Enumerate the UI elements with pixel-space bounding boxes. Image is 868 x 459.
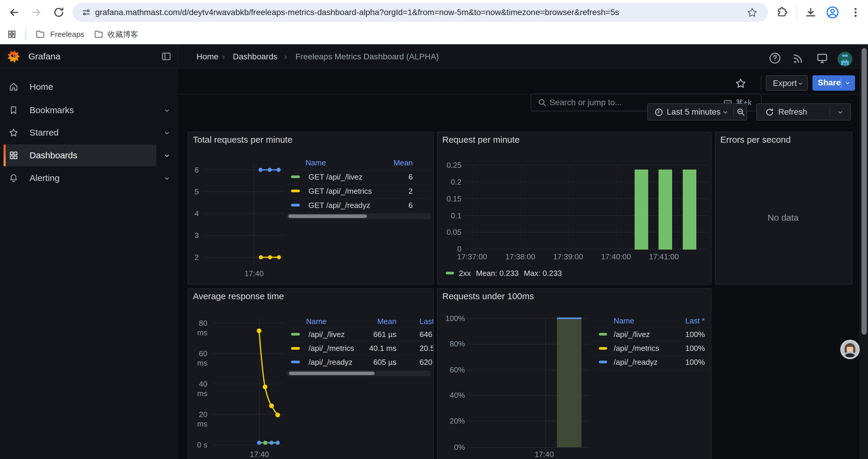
user-avatar[interactable]: [838, 52, 852, 66]
legend-name[interactable]: GET /api/_/livez: [308, 172, 363, 182]
chevron-down-icon[interactable]: [163, 152, 171, 160]
legend-col-name[interactable]: Name: [614, 316, 634, 326]
assistant-avatar-widget[interactable]: [840, 340, 860, 359]
chevron-down-icon[interactable]: [163, 174, 171, 182]
legend-col-mean[interactable]: Mean: [377, 158, 413, 167]
legend-col-name[interactable]: Name: [306, 158, 326, 167]
data-point[interactable]: [277, 255, 281, 259]
gridline: [616, 165, 617, 250]
gridline: [520, 165, 521, 250]
legend-name[interactable]: /api/_/livez: [614, 330, 650, 339]
export-button[interactable]: Export: [766, 75, 808, 91]
refresh-interval-dropdown[interactable]: [830, 104, 850, 120]
legend-swatch-livez[interactable]: [291, 175, 300, 178]
apps-grid-icon[interactable]: [7, 30, 17, 39]
legend-swatch-readyz[interactable]: [291, 361, 300, 363]
sidebar-item-starred[interactable]: Starred: [0, 123, 177, 142]
legend-col-mean[interactable]: Mean: [361, 317, 397, 326]
url-text[interactable]: grafana.mathmast.com/d/deytv4rwavabkb/fr…: [95, 3, 619, 22]
legend-col-last[interactable]: Last *: [420, 317, 434, 326]
legend-swatch-metrics[interactable]: [291, 347, 300, 350]
panel-title[interactable]: Total requests per minute: [193, 135, 292, 145]
legend-series-name[interactable]: 2xx: [459, 268, 471, 278]
bar-2xx[interactable]: [634, 169, 648, 250]
sidebar-item-home[interactable]: Home: [0, 77, 177, 96]
chevron-down-icon[interactable]: [163, 107, 171, 114]
legend-swatch-metrics[interactable]: [599, 347, 607, 350]
sidebar-item-dashboards-active[interactable]: Dashboards: [4, 144, 156, 166]
panel-title[interactable]: Request per minute: [442, 135, 520, 145]
breadcrumb-home[interactable]: Home: [196, 52, 219, 61]
legend-name[interactable]: /api/_/metrics: [614, 343, 659, 353]
help-icon[interactable]: [769, 52, 781, 64]
brand-label[interactable]: Grafana: [28, 52, 60, 61]
legend-scrollbar-thumb[interactable]: [288, 215, 367, 218]
downloads-icon[interactable]: [805, 6, 816, 18]
legend-name[interactable]: GET /api/_/readyz: [308, 201, 370, 210]
legend-name[interactable]: /api/_/readyz: [614, 357, 658, 367]
legend-swatch-livez[interactable]: [291, 333, 300, 335]
share-button[interactable]: Share: [812, 75, 855, 91]
legend-max: Max: 0.233: [524, 268, 562, 278]
data-point[interactable]: [268, 255, 272, 259]
bar-2xx[interactable]: [683, 169, 696, 250]
breadcrumb-separator: ›: [284, 52, 287, 61]
reload-icon[interactable]: [53, 6, 65, 18]
area-fill-100pct[interactable]: [557, 319, 582, 447]
bookmark-star-icon[interactable]: [747, 7, 757, 18]
legend-swatch-metrics[interactable]: [291, 190, 300, 192]
chevron-down-icon[interactable]: [163, 129, 171, 137]
panel-total-requests[interactable]: Total requests per minute 6 5 4 3 2 17:4…: [188, 132, 434, 285]
sidebar-toggle-icon[interactable]: [161, 52, 172, 61]
data-point[interactable]: [268, 168, 272, 172]
panel-request-per-minute[interactable]: Request per minute 0.25 0.2 0.15 0.1 0.0…: [437, 132, 711, 285]
legend-swatch-livez[interactable]: [599, 333, 607, 335]
legend-swatch-readyz[interactable]: [291, 204, 300, 206]
breadcrumb-dashboards[interactable]: Dashboards: [233, 52, 277, 61]
bookmark-folder-label: 收藏博客: [107, 25, 138, 44]
legend-name[interactable]: /api/_/livez: [308, 330, 345, 339]
back-icon[interactable]: [8, 6, 20, 18]
forward-icon[interactable]: [30, 6, 42, 18]
panel-title[interactable]: Errors per second: [720, 135, 790, 145]
breadcrumb-separator: ›: [222, 52, 225, 61]
kiosk-monitor-icon[interactable]: [816, 52, 829, 64]
sidebar-item-bookmarks[interactable]: Bookmarks: [0, 101, 177, 120]
panel-requests-under-100ms[interactable]: Requests under 100ms 100% 80% 60% 40% 20…: [437, 288, 711, 459]
y-tick: 4: [188, 209, 199, 218]
legend-col-name[interactable]: Name: [306, 317, 327, 326]
legend-name[interactable]: /api/_/metrics: [308, 343, 354, 353]
legend-scrollbar-thumb[interactable]: [289, 371, 375, 375]
data-point[interactable]: [258, 168, 262, 172]
data-point[interactable]: [277, 168, 281, 172]
page-scrollbar-thumb[interactable]: [862, 48, 867, 335]
panel-average-response-time[interactable]: Average response time 80 ms 60 ms 40 ms …: [188, 288, 434, 459]
panel-errors-per-second[interactable]: Errors per second No data: [715, 132, 852, 285]
sidebar-item-alerting[interactable]: Alerting: [0, 169, 177, 188]
dashboards-grid-icon: [9, 151, 18, 160]
legend-col-last[interactable]: Last *: [663, 316, 705, 326]
legend-swatch-2xx[interactable]: [446, 272, 454, 274]
legend-name[interactable]: GET /api/_/metrics: [308, 186, 372, 196]
bar-2xx[interactable]: [658, 169, 672, 250]
favorite-dashboard-star-icon[interactable]: [735, 78, 746, 89]
legend-name[interactable]: /api/_/readyz: [308, 357, 352, 367]
legend-divider: [288, 170, 431, 170]
browser-menu-icon[interactable]: [850, 6, 862, 18]
address-bar[interactable]: grafana.mathmast.com/d/deytv4rwavabkb/fr…: [73, 3, 768, 22]
share-menu-chevron-icon[interactable]: [844, 80, 851, 86]
data-point[interactable]: [259, 255, 263, 259]
profile-icon[interactable]: [826, 6, 839, 19]
refresh-button[interactable]: Refresh: [757, 104, 830, 120]
time-range-picker[interactable]: Last 5 minutes: [648, 104, 733, 120]
extensions-icon[interactable]: [776, 6, 788, 18]
legend-divider: [288, 355, 433, 355]
site-settings-icon[interactable]: [82, 8, 91, 17]
news-rss-icon[interactable]: [792, 53, 804, 64]
legend-swatch-readyz[interactable]: [599, 361, 607, 363]
zoom-out-time-button[interactable]: [734, 104, 747, 120]
x-tick: 17:38:00: [497, 252, 544, 261]
grafana-logo[interactable]: [7, 50, 20, 63]
clock-icon: [654, 108, 663, 117]
panel-title[interactable]: Requests under 100ms: [442, 291, 534, 301]
